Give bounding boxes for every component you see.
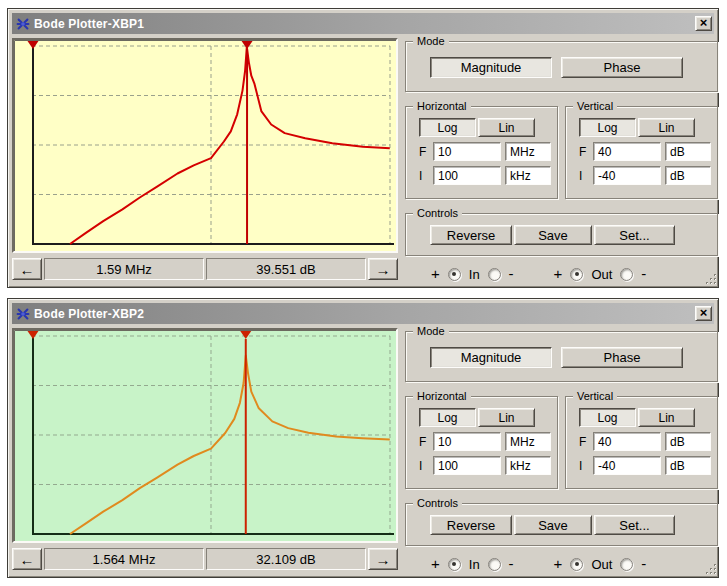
controls-group-label: Controls xyxy=(413,206,462,220)
in-minus-label: - xyxy=(509,266,514,281)
out-label: Out xyxy=(591,267,612,282)
plot-column: ← 1.564 MHz 32.109 dB → xyxy=(12,328,398,576)
controls-group: Controls Reverse Save Set... xyxy=(405,503,718,546)
in-plus-terminal xyxy=(448,268,461,281)
app-icon xyxy=(15,16,30,31)
resize-grip[interactable] xyxy=(704,562,718,576)
out-label: Out xyxy=(591,557,612,572)
vertical-initial-label: I xyxy=(579,169,589,183)
vertical-lin-button[interactable]: Lin xyxy=(638,118,695,137)
horizontal-initial-label: I xyxy=(419,459,429,473)
phase-button[interactable]: Phase xyxy=(561,347,683,368)
bode-plotter-window: Bode Plotter-XBP1 × ← 1.59 MHz 39.551 dB… xyxy=(7,8,719,288)
vertical-lin-button[interactable]: Lin xyxy=(638,408,695,427)
vertical-final-input[interactable] xyxy=(593,432,661,451)
in-label: In xyxy=(469,267,480,282)
horizontal-initial-input[interactable] xyxy=(433,166,501,185)
out-minus-label: - xyxy=(641,266,646,281)
horizontal-initial-label: I xyxy=(419,169,429,183)
vertical-group-label: Vertical xyxy=(573,389,617,403)
vertical-final-label: F xyxy=(579,145,589,159)
vertical-log-button[interactable]: Log xyxy=(579,118,636,137)
vertical-group: Vertical Log Lin F dB I xyxy=(565,106,718,199)
in-plus-label: + xyxy=(431,266,440,281)
in-minus-terminal xyxy=(488,268,501,281)
window-body: ← 1.59 MHz 39.551 dB → Mode Magnitude Ph… xyxy=(12,38,714,286)
close-button[interactable]: × xyxy=(695,16,712,31)
horizontal-initial-input[interactable] xyxy=(433,456,501,475)
horizontal-final-label: F xyxy=(419,145,429,159)
cursor-right-button[interactable]: → xyxy=(368,548,398,570)
in-label: In xyxy=(469,557,480,572)
close-icon: × xyxy=(700,16,708,29)
controls-column: Mode Magnitude Phase Horizontal Log Lin xyxy=(404,328,721,576)
title-bar[interactable]: Bode Plotter-XBP1 × xyxy=(12,13,714,34)
horizontal-initial-unit: kHz xyxy=(505,456,551,475)
cursor-right-button[interactable]: → xyxy=(368,258,398,280)
horizontal-log-button[interactable]: Log xyxy=(419,118,476,137)
horizontal-lin-button[interactable]: Lin xyxy=(478,118,535,137)
magnitude-button[interactable]: Magnitude xyxy=(430,347,552,368)
vertical-initial-input[interactable] xyxy=(593,166,661,185)
vertical-log-button[interactable]: Log xyxy=(579,408,636,427)
mode-group-label: Mode xyxy=(413,34,449,48)
horizontal-final-input[interactable] xyxy=(433,142,501,161)
vertical-final-input[interactable] xyxy=(593,142,661,161)
in-minus-label: - xyxy=(509,556,514,571)
horizontal-group-label: Horizontal xyxy=(413,389,471,403)
reverse-button[interactable]: Reverse xyxy=(430,515,512,535)
plot-panel xyxy=(12,38,398,253)
save-button[interactable]: Save xyxy=(514,515,592,535)
reverse-button[interactable]: Reverse xyxy=(430,225,512,245)
vertical-final-unit: dB xyxy=(665,142,711,161)
vertical-initial-unit: dB xyxy=(665,166,711,185)
horizontal-log-button[interactable]: Log xyxy=(419,408,476,427)
horizontal-group: Horizontal Log Lin F MHz I xyxy=(405,106,558,199)
cursor-value-readout: 39.551 dB xyxy=(206,258,366,280)
vertical-final-unit: dB xyxy=(665,432,711,451)
window-title: Bode Plotter-XBP2 xyxy=(34,307,691,321)
mode-group: Mode Magnitude Phase xyxy=(405,331,718,382)
horizontal-final-unit: MHz xyxy=(505,142,551,161)
vertical-group-label: Vertical xyxy=(573,99,617,113)
close-icon: × xyxy=(700,306,708,319)
controls-column: Mode Magnitude Phase Horizontal Log Lin xyxy=(404,38,721,286)
set-button[interactable]: Set... xyxy=(594,225,675,245)
vertical-initial-unit: dB xyxy=(665,456,711,475)
app-icon xyxy=(15,306,30,321)
bode-plot-canvas[interactable] xyxy=(14,330,396,541)
horizontal-lin-button[interactable]: Lin xyxy=(478,408,535,427)
cursor-left-button[interactable]: ← xyxy=(12,258,42,280)
cursor-frequency-readout: 1.59 MHz xyxy=(44,258,204,280)
horizontal-group-label: Horizontal xyxy=(413,99,471,113)
terminal-bar: + In - + Out - xyxy=(405,262,718,286)
window-title: Bode Plotter-XBP1 xyxy=(34,17,691,31)
desktop: Bode Plotter-XBP1 × ← 1.59 MHz 39.551 dB… xyxy=(7,8,720,578)
in-plus-terminal xyxy=(448,558,461,571)
plot-column: ← 1.59 MHz 39.551 dB → xyxy=(12,38,398,286)
in-plus-label: + xyxy=(431,556,440,571)
out-plus-label: + xyxy=(554,556,563,571)
vertical-initial-input[interactable] xyxy=(593,456,661,475)
cursor-value-readout: 32.109 dB xyxy=(206,548,366,570)
set-button[interactable]: Set... xyxy=(594,515,675,535)
in-minus-terminal xyxy=(488,558,501,571)
cursor-frequency-readout: 1.564 MHz xyxy=(44,548,204,570)
resize-grip[interactable] xyxy=(704,272,718,286)
vertical-final-label: F xyxy=(579,435,589,449)
save-button[interactable]: Save xyxy=(514,225,592,245)
magnitude-button[interactable]: Magnitude xyxy=(430,57,552,78)
close-button[interactable]: × xyxy=(695,306,712,321)
out-minus-terminal xyxy=(620,268,633,281)
window-body: ← 1.564 MHz 32.109 dB → Mode Magnitude P… xyxy=(12,328,714,576)
mode-group: Mode Magnitude Phase xyxy=(405,41,718,92)
horizontal-final-input[interactable] xyxy=(433,432,501,451)
phase-button[interactable]: Phase xyxy=(561,57,683,78)
out-plus-terminal xyxy=(570,268,583,281)
bode-plotter-window: Bode Plotter-XBP2 × ← 1.564 MHz 32.109 d… xyxy=(7,298,719,578)
bode-plot-canvas[interactable] xyxy=(14,40,396,251)
title-bar[interactable]: Bode Plotter-XBP2 × xyxy=(12,303,714,324)
controls-group: Controls Reverse Save Set... xyxy=(405,213,718,256)
vertical-initial-label: I xyxy=(579,459,589,473)
cursor-left-button[interactable]: ← xyxy=(12,548,42,570)
